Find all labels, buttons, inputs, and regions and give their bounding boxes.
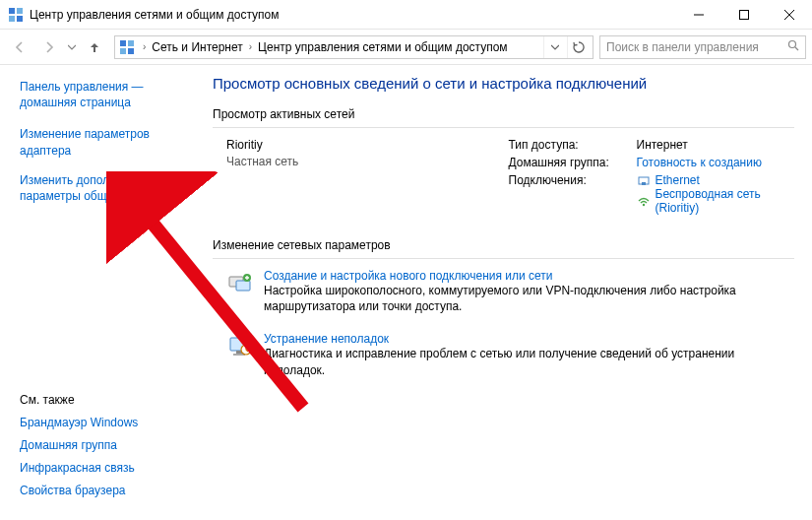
new-connection-icon [226, 269, 254, 296]
refresh-button[interactable] [567, 36, 589, 58]
svg-point-16 [642, 204, 644, 206]
network-type: Частная сеть [226, 155, 509, 168]
access-type-label: Тип доступа: [509, 138, 637, 152]
network-row: Rioritiy Частная сеть Тип доступа: Интер… [226, 138, 794, 215]
recent-dropdown[interactable] [65, 34, 79, 60]
svg-rect-1 [17, 8, 23, 14]
svg-rect-3 [17, 16, 23, 22]
sidebar-link-browser-properties[interactable]: Свойства браузера [20, 484, 191, 497]
sidebar-link-advanced-sharing[interactable]: Изменить дополнительные параметры общего… [20, 172, 191, 204]
svg-rect-18 [236, 281, 250, 291]
new-connection-link[interactable]: Создание и настройка нового подключения … [264, 269, 553, 283]
connection-wifi[interactable]: Беспроводная сеть (Rioritiy) [656, 187, 795, 215]
close-button[interactable] [767, 0, 812, 30]
forward-button[interactable] [35, 34, 63, 60]
svg-line-13 [795, 47, 798, 50]
chevron-icon[interactable]: › [245, 41, 256, 52]
active-networks-heading: Просмотр активных сетей [213, 107, 794, 121]
svg-point-12 [789, 41, 796, 48]
breadcrumb[interactable]: › Сеть и Интернет › Центр управления сет… [114, 35, 593, 59]
connection-ethernet[interactable]: Ethernet [656, 173, 700, 187]
svg-rect-8 [120, 40, 126, 46]
see-also-heading: См. также [20, 393, 191, 407]
ethernet-icon [637, 173, 651, 187]
divider [213, 258, 794, 259]
svg-rect-15 [642, 182, 646, 185]
page-title: Просмотр основных сведений о сети и наст… [213, 75, 794, 92]
breadcrumb-seg-1[interactable]: Сеть и Интернет [152, 40, 242, 54]
svg-rect-9 [128, 40, 134, 46]
search-input[interactable]: Поиск в панели управления [599, 35, 806, 59]
svg-rect-2 [9, 16, 15, 22]
app-icon [8, 7, 24, 23]
back-button[interactable] [6, 34, 33, 60]
sidebar-link-infrared[interactable]: Инфракрасная связь [20, 461, 191, 475]
sidebar-link-homegroup[interactable]: Домашняя группа [20, 438, 191, 452]
network-name: Rioritiy [226, 138, 509, 152]
new-connection-desc: Настройка широкополосного, коммутируемог… [264, 283, 794, 314]
svg-rect-10 [120, 48, 126, 54]
sidebar-home-link[interactable]: Панель управления — домашняя страница [20, 79, 191, 110]
troubleshoot-desc: Диагностика и исправление проблем с сеть… [264, 346, 794, 377]
sidebar-link-firewall[interactable]: Брандмауэр Windows [20, 416, 191, 429]
troubleshoot-icon [226, 332, 254, 359]
change-settings-heading: Изменение сетевых параметров [213, 238, 794, 252]
access-type-value: Интернет [637, 138, 795, 152]
breadcrumb-dropdown[interactable] [543, 36, 565, 58]
divider [213, 127, 794, 128]
troubleshoot-link[interactable]: Устранение неполадок [264, 332, 389, 346]
connections-label: Подключения: [509, 173, 637, 215]
up-button[interactable] [81, 34, 108, 60]
svg-rect-0 [9, 8, 15, 14]
maximize-button[interactable] [721, 0, 767, 30]
breadcrumb-icon [119, 39, 135, 55]
svg-rect-5 [740, 10, 749, 19]
homegroup-link[interactable]: Готовность к созданию [637, 156, 762, 169]
window-title: Центр управления сетями и общим доступом [30, 8, 280, 22]
homegroup-label: Домашняя группа: [509, 156, 637, 169]
minimize-button[interactable] [676, 0, 721, 30]
search-icon [787, 39, 799, 54]
sidebar-link-adapter-settings[interactable]: Изменение параметров адаптера [20, 126, 191, 158]
svg-rect-11 [128, 48, 134, 54]
breadcrumb-seg-2[interactable]: Центр управления сетями и общим доступом [258, 40, 508, 54]
search-placeholder: Поиск в панели управления [606, 40, 759, 54]
chevron-icon[interactable]: › [139, 41, 150, 52]
wifi-icon [637, 194, 651, 208]
